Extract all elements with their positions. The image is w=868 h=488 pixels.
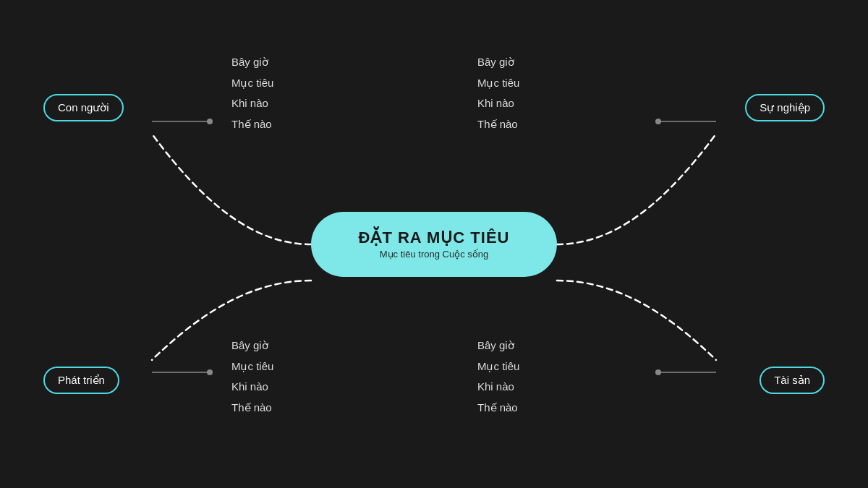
center-subtitle: Mục tiêu trong Cuộc sống [380, 249, 488, 260]
tg-bl-item-2: Mục tiêu [231, 359, 273, 375]
text-group-bottom-left: Bây giờ Mục tiêu Khi nào Thế nào [231, 338, 273, 416]
tg-tl-item-3: Khi nào [231, 95, 273, 112]
tg-tr-item-3: Khi nào [477, 95, 519, 112]
center-title: ĐẶT RA MỤC TIÊU [359, 228, 510, 247]
tg-tr-item-1: Bây giờ [477, 54, 519, 71]
tg-br-item-1: Bây giờ [477, 338, 519, 354]
center-node: ĐẶT RA MỤC TIÊU Mục tiêu trong Cuộc sống [311, 212, 557, 277]
canvas: ĐẶT RA MỤC TIÊU Mục tiêu trong Cuộc sống… [0, 0, 868, 488]
svg-point-5 [207, 369, 213, 375]
svg-point-7 [655, 369, 661, 375]
tg-tr-item-4: Thế nào [477, 116, 519, 133]
tg-bl-item-1: Bây giờ [231, 338, 273, 354]
tg-tl-item-2: Mục tiêu [231, 75, 273, 92]
tg-br-item-4: Thế nào [477, 400, 519, 416]
node-tai-san: Tài sản [760, 367, 825, 394]
tg-bl-item-4: Thế nào [231, 400, 273, 416]
svg-point-3 [655, 119, 661, 124]
tg-tl-item-1: Bây giờ [231, 54, 273, 71]
tg-tl-item-4: Thế nào [231, 116, 273, 133]
tg-tr-item-2: Mục tiêu [477, 75, 519, 92]
tg-br-item-2: Mục tiêu [477, 359, 519, 375]
tg-bl-item-3: Khi nào [231, 379, 273, 395]
text-group-bottom-right: Bây giờ Mục tiêu Khi nào Thế nào [477, 338, 519, 416]
node-con-nguoi: Con người [43, 94, 124, 121]
node-su-nghiep: Sự nghiệp [745, 94, 825, 121]
tg-br-item-3: Khi nào [477, 379, 519, 395]
svg-point-1 [207, 119, 213, 124]
text-group-top-right: Bây giờ Mục tiêu Khi nào Thế nào [477, 54, 519, 132]
text-group-top-left: Bây giờ Mục tiêu Khi nào Thế nào [231, 54, 273, 132]
node-phat-trien: Phát triển [43, 367, 119, 394]
